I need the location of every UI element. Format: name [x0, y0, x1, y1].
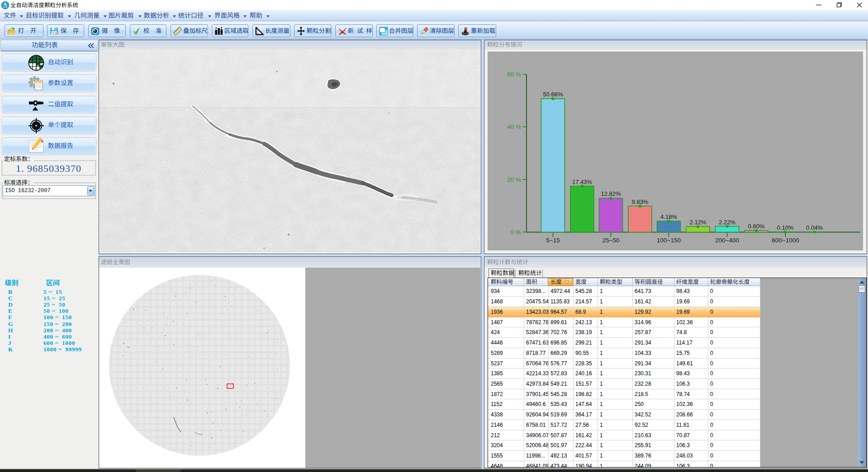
svg-text:0 %: 0 %	[511, 229, 521, 236]
svg-text:2.22%: 2.22%	[719, 219, 735, 226]
svg-text:200~400: 200~400	[715, 237, 739, 244]
svg-text:2.12%: 2.12%	[690, 219, 707, 226]
svg-text:20 %: 20 %	[507, 176, 521, 183]
svg-text:12.82%: 12.82%	[601, 190, 621, 197]
svg-text:40 %: 40 %	[507, 123, 521, 130]
svg-text:17.43%: 17.43%	[572, 179, 593, 185]
svg-text:25~50: 25~50	[602, 237, 620, 244]
svg-text:600~1000: 600~1000	[772, 237, 799, 244]
svg-text:4.18%: 4.18%	[660, 213, 677, 220]
svg-text:50.66%: 50.66%	[543, 91, 563, 98]
svg-text:0.10%: 0.10%	[777, 224, 794, 231]
svg-text:60 %: 60 %	[507, 71, 521, 78]
svg-text:5~15: 5~15	[546, 237, 560, 244]
svg-text:9.83%: 9.83%	[632, 198, 649, 205]
svg-text:0.60%: 0.60%	[748, 223, 765, 230]
svg-text:100~150: 100~150	[657, 237, 681, 244]
svg-text:0.04%: 0.04%	[806, 224, 823, 231]
